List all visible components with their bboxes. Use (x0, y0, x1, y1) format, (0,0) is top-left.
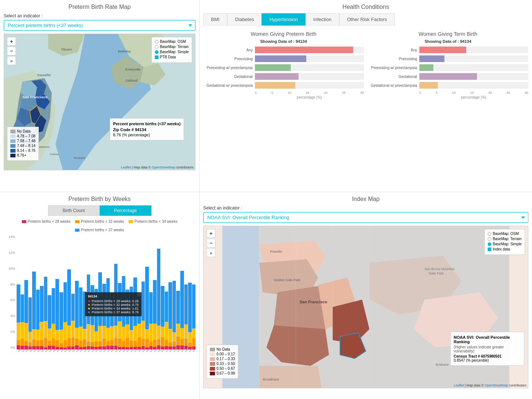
index-osm-link[interactable]: OpenStreetMap (485, 383, 508, 387)
stacked-bar[interactable] (59, 292, 63, 349)
stacked-bar[interactable] (64, 282, 67, 349)
bar-fill-any-term (419, 47, 466, 53)
stacked-bar[interactable] (141, 282, 145, 349)
bar-segment-32w (161, 337, 164, 347)
osm-link[interactable]: OpenStreetMap (152, 166, 175, 169)
index-legend-no-data-color (210, 348, 215, 351)
bar-segment-37w (106, 278, 110, 328)
zoom-out-button[interactable]: − (7, 47, 16, 55)
bar-segment-28w (40, 346, 44, 349)
index-basemap-simple[interactable]: BaseMap: Simple (488, 242, 522, 246)
stacked-bar[interactable] (122, 276, 126, 349)
stacked-bar[interactable] (118, 283, 122, 349)
stacked-bar[interactable] (32, 272, 36, 349)
stacked-bar[interactable] (168, 282, 172, 349)
basemap-osm[interactable]: BaseMap: OSM (155, 40, 189, 44)
index-search-button[interactable]: ⌕ (207, 248, 215, 257)
attribution-suffix: contributors (176, 166, 194, 169)
stacked-bar[interactable] (44, 277, 48, 349)
ptb-data-option[interactable]: PTB Data (155, 55, 189, 59)
bar-fill-gestational-term (419, 73, 477, 80)
stacked-bar[interactable] (137, 296, 141, 349)
basemap-terrain[interactable]: BaseMap: Terrain (155, 45, 189, 49)
percentage-toggle[interactable]: Percentage (100, 205, 151, 216)
stacked-bar[interactable] (188, 283, 192, 349)
stacked-bar[interactable] (17, 284, 20, 349)
stacked-bar[interactable] (176, 291, 180, 350)
tab-diabetes[interactable]: Diabetes (227, 13, 262, 25)
index-indicator-dropdown[interactable]: NOAA SVI: Overall Percentile Ranking (203, 212, 528, 223)
stacked-bar[interactable] (71, 294, 75, 349)
stacked-bar[interactable] (192, 284, 195, 349)
stacked-bar[interactable] (21, 294, 24, 349)
tab-hypertension[interactable]: Hypertension (262, 13, 306, 25)
stacked-bar[interactable] (75, 281, 79, 349)
stacked-bar[interactable] (133, 277, 137, 349)
index-map-section: Index Map Select an indicator : NOAA SVI… (200, 192, 532, 399)
stacked-bar[interactable] (79, 287, 83, 349)
index-title: Index Map (203, 196, 528, 202)
stacked-bar[interactable] (165, 291, 168, 349)
stacked-bar[interactable] (184, 284, 188, 349)
index-map: Presidio Golden Gate Park San Francisco … (203, 226, 528, 388)
bar-segment-28w (52, 346, 55, 349)
stacked-bar[interactable] (48, 295, 51, 349)
x-labels-area: 9400294005940109401194014940159401994025… (17, 349, 195, 361)
bar-track-gestational-pre-preterm (255, 82, 364, 89)
legend-37w: Preterm births < 37 weeks (75, 228, 124, 232)
stacked-bar[interactable] (161, 286, 164, 349)
zoom-in-button[interactable]: + (7, 37, 16, 46)
stacked-bar[interactable] (126, 290, 129, 349)
stacked-bar[interactable] (145, 267, 149, 349)
tab-infection[interactable]: Infection (306, 13, 339, 25)
index-zoom-in-button[interactable]: + (207, 229, 215, 238)
basemap-terrain-label: BaseMap: Terrain (160, 45, 189, 49)
stacked-bar[interactable] (87, 274, 91, 349)
index-basemap-osm[interactable]: BaseMap: OSM (488, 232, 522, 236)
index-basemap-terrain[interactable]: BaseMap: Terrain (488, 237, 522, 241)
stacked-bar[interactable] (67, 269, 71, 350)
index-map-controls: + − ⌕ (207, 229, 215, 257)
bar-segment-28w (48, 346, 51, 349)
tab-other-risk-factors[interactable]: Other Risk Factors (339, 13, 395, 25)
stacked-bar[interactable] (98, 272, 102, 349)
tab-bmi[interactable]: BMI (203, 13, 227, 25)
leaflet-link[interactable]: Leaflet (121, 166, 131, 169)
indicator-dropdown[interactable]: Percent preterm births (<37 weeks) (4, 20, 195, 31)
bar-segment-32w (118, 339, 122, 347)
stacked-bar[interactable] (40, 286, 44, 349)
index-zoom-out-button[interactable]: − (207, 239, 215, 248)
bar-segment-28w (67, 347, 71, 349)
stacked-bar[interactable] (173, 281, 176, 349)
index-data-option[interactable]: Index data (488, 247, 522, 251)
stacked-bar[interactable] (153, 280, 157, 350)
index-basemap-terrain-label: BaseMap: Terrain (493, 237, 522, 241)
birth-count-toggle[interactable]: Birth Count (48, 205, 100, 216)
stacked-bar[interactable] (55, 279, 59, 349)
stacked-bar[interactable] (110, 293, 114, 349)
index-leaflet-link[interactable]: Leaflet (454, 383, 464, 387)
stacked-bar[interactable] (24, 280, 28, 350)
stacked-bar[interactable] (83, 291, 86, 349)
stacked-bar[interactable] (180, 271, 184, 349)
basemap-simple[interactable]: BaseMap: Simple (155, 50, 189, 54)
search-button[interactable]: ⌕ (7, 56, 16, 65)
bar-segment-37w (153, 280, 157, 324)
stacked-bar[interactable] (91, 285, 94, 349)
basemap-osm-label: BaseMap: OSM (160, 40, 186, 44)
stacked-bar[interactable] (102, 284, 106, 349)
bar-segment-37w (32, 272, 36, 329)
stacked-bar[interactable] (52, 288, 55, 349)
stacked-bar[interactable] (36, 290, 40, 349)
preterm-bar-preexisting: Preexisting (203, 55, 364, 62)
bar-segment-37w (130, 287, 133, 330)
stacked-bar[interactable] (106, 278, 110, 349)
stacked-bar[interactable] (95, 289, 98, 349)
bar-segment-32w (168, 342, 172, 347)
stacked-bar[interactable] (149, 292, 153, 349)
stacked-bar[interactable] (130, 287, 133, 349)
stacked-bar[interactable] (114, 264, 118, 349)
stacked-bar[interactable] (28, 297, 32, 349)
stacked-bar[interactable] (157, 249, 161, 349)
legend-label-4: 8.14 – 8.76 (17, 149, 35, 153)
